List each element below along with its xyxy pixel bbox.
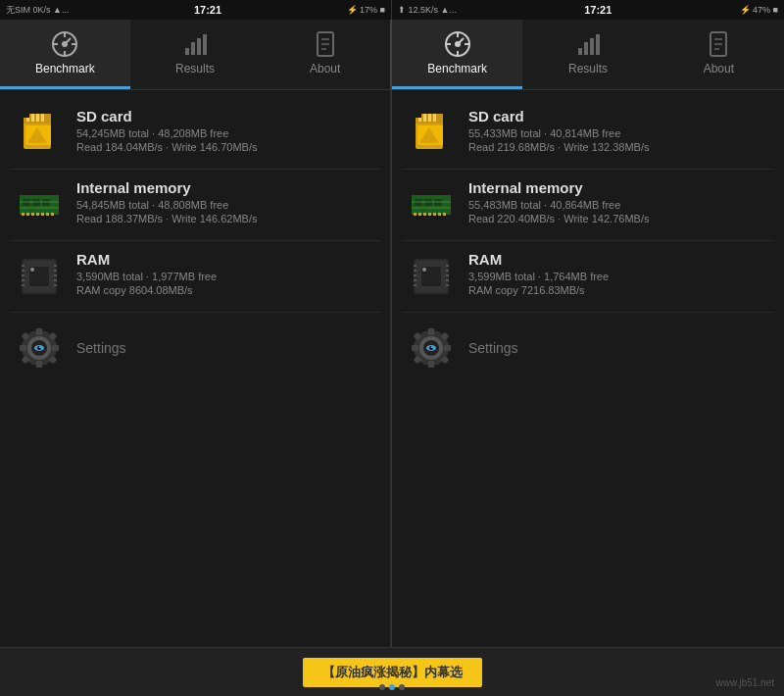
svg-rect-35 bbox=[41, 114, 44, 122]
left-settings-item[interactable]: Settings bbox=[10, 313, 380, 383]
left-tab-results[interactable]: Results bbox=[130, 20, 261, 89]
svg-rect-71 bbox=[52, 345, 59, 351]
svg-point-80 bbox=[39, 346, 41, 348]
svg-rect-70 bbox=[20, 345, 26, 351]
left-about-label: About bbox=[310, 62, 340, 75]
right-battery-icons: ⚡ 47% ■ bbox=[740, 5, 778, 15]
svg-rect-47 bbox=[36, 213, 39, 216]
left-benchmark-label: Benchmark bbox=[35, 62, 95, 75]
right-ram-title: RAM bbox=[468, 251, 770, 268]
svg-rect-108 bbox=[414, 270, 416, 272]
svg-rect-24 bbox=[590, 38, 594, 55]
svg-rect-116 bbox=[446, 284, 449, 286]
svg-rect-114 bbox=[446, 274, 449, 276]
right-sd-size: 55,433MB total · 40,814MB free bbox=[468, 127, 770, 139]
left-tab-about[interactable]: About bbox=[260, 20, 390, 89]
svg-point-117 bbox=[422, 268, 426, 272]
right-results-label: Results bbox=[568, 62, 608, 75]
right-sd-info: SD card 55,433MB total · 40,814MB free R… bbox=[468, 108, 770, 153]
left-sd-title: SD card bbox=[76, 108, 376, 124]
right-settings-item[interactable]: Settings bbox=[402, 313, 774, 383]
right-ram-size: 3,599MB total · 1,764MB free bbox=[468, 271, 770, 282]
left-tab-benchmark[interactable]: Benchmark bbox=[0, 20, 130, 89]
right-internal-memory-item[interactable]: Internal memory 55,483MB total · 40,864M… bbox=[402, 170, 774, 241]
svg-rect-98 bbox=[428, 213, 431, 216]
svg-rect-10 bbox=[203, 34, 207, 55]
results-icon-left bbox=[181, 30, 209, 58]
svg-rect-122 bbox=[444, 345, 451, 351]
right-status-bar: ⬆ 12.5K/s ▲... 17:21 ⚡ 47% ■ bbox=[392, 0, 784, 20]
right-memory-title: Internal memory bbox=[468, 179, 770, 196]
svg-rect-69 bbox=[36, 361, 42, 368]
tab-bars: Benchmark Results bbox=[0, 20, 784, 90]
right-ram-item[interactable]: RAM 3,599MB total · 1,764MB free RAM cop… bbox=[402, 241, 774, 313]
svg-rect-109 bbox=[414, 274, 416, 276]
right-time: 17:21 bbox=[457, 4, 740, 16]
svg-point-66 bbox=[30, 268, 34, 272]
right-benchmark-label: Benchmark bbox=[427, 62, 487, 75]
left-sd-size: 54,245MB total · 48,208MB free bbox=[76, 127, 376, 139]
left-phone-panel: SD card 54,245MB total · 48,208MB free R… bbox=[0, 90, 392, 647]
svg-rect-101 bbox=[443, 213, 446, 216]
svg-rect-7 bbox=[185, 48, 189, 55]
ad-text[interactable]: 【原油疯涨揭秘】内幕选 bbox=[303, 658, 482, 687]
right-memory-info: Internal memory 55,483MB total · 40,864M… bbox=[468, 179, 770, 224]
right-sd-speed: Read 219.68MB/s · Write 132.38MB/s bbox=[468, 141, 770, 153]
svg-point-131 bbox=[431, 346, 433, 348]
left-settings-icon bbox=[14, 323, 65, 373]
ad-bar[interactable]: 【原油疯涨揭秘】内幕选 www.jb51.net bbox=[0, 647, 784, 696]
svg-rect-50 bbox=[51, 213, 54, 216]
svg-rect-46 bbox=[31, 213, 34, 216]
right-sd-title: SD card bbox=[468, 108, 770, 124]
left-battery-icons: ⚡ 17% ■ bbox=[347, 5, 385, 15]
svg-rect-49 bbox=[46, 213, 49, 216]
left-sd-icon bbox=[14, 108, 65, 159]
right-memory-size: 55,483MB total · 40,864MB free bbox=[468, 199, 770, 211]
benchmark-icon-left bbox=[51, 30, 78, 58]
svg-rect-33 bbox=[31, 114, 34, 122]
watermark: www.jb51.net bbox=[716, 677, 774, 688]
svg-rect-111 bbox=[414, 284, 416, 286]
svg-rect-59 bbox=[22, 279, 24, 281]
left-ram-speed: RAM copy 8604.08MB/s bbox=[76, 284, 376, 296]
right-signal-icons: ⬆ 12.5K/s ▲... bbox=[398, 5, 457, 15]
left-memory-size: 54,845MB total · 48,808MB free bbox=[76, 199, 376, 211]
status-bars: 无SIM 0K/s ▲... 17:21 ⚡ 17% ■ ⬆ 12.5K/s ▲… bbox=[0, 0, 784, 20]
svg-rect-96 bbox=[418, 213, 421, 216]
left-sd-card-item[interactable]: SD card 54,245MB total · 48,208MB free R… bbox=[10, 98, 380, 170]
svg-rect-65 bbox=[54, 284, 57, 286]
left-memory-speed: Read 188.37MB/s · Write 146.62MB/s bbox=[76, 213, 376, 224]
left-settings-label: Settings bbox=[76, 340, 126, 356]
svg-rect-58 bbox=[22, 274, 24, 276]
svg-rect-110 bbox=[414, 279, 416, 281]
dot-3 bbox=[399, 684, 405, 690]
svg-rect-107 bbox=[414, 265, 416, 267]
svg-rect-22 bbox=[578, 48, 582, 55]
right-tab-about[interactable]: About bbox=[654, 20, 784, 89]
svg-rect-36 bbox=[24, 114, 29, 118]
svg-rect-87 bbox=[416, 114, 421, 118]
svg-rect-68 bbox=[36, 328, 42, 335]
main-content: SD card 54,245MB total · 48,208MB free R… bbox=[0, 90, 784, 647]
svg-rect-99 bbox=[433, 213, 436, 216]
about-icon-right bbox=[705, 30, 732, 58]
left-memory-icon bbox=[14, 179, 65, 230]
svg-rect-64 bbox=[54, 279, 57, 281]
left-ram-item[interactable]: RAM 3,590MB total · 1,977MB free RAM cop… bbox=[10, 241, 380, 313]
svg-rect-62 bbox=[54, 270, 57, 272]
left-ram-info: RAM 3,590MB total · 1,977MB free RAM cop… bbox=[76, 251, 376, 296]
svg-rect-121 bbox=[412, 345, 418, 351]
right-tab-results[interactable]: Results bbox=[522, 20, 653, 89]
right-tab-benchmark[interactable]: Benchmark bbox=[392, 20, 522, 89]
svg-rect-57 bbox=[22, 270, 24, 272]
right-sd-card-item[interactable]: SD card 55,433MB total · 40,814MB free R… bbox=[402, 98, 774, 170]
svg-rect-112 bbox=[446, 265, 449, 267]
left-memory-info: Internal memory 54,845MB total · 48,808M… bbox=[76, 179, 376, 224]
left-internal-memory-item[interactable]: Internal memory 54,845MB total · 48,808M… bbox=[10, 170, 380, 241]
benchmark-icon-right bbox=[444, 30, 471, 58]
left-sd-info: SD card 54,245MB total · 48,208MB free R… bbox=[76, 108, 376, 153]
svg-rect-97 bbox=[423, 213, 426, 216]
svg-rect-60 bbox=[22, 284, 24, 286]
dot-1 bbox=[379, 684, 385, 690]
right-settings-label: Settings bbox=[468, 340, 518, 356]
